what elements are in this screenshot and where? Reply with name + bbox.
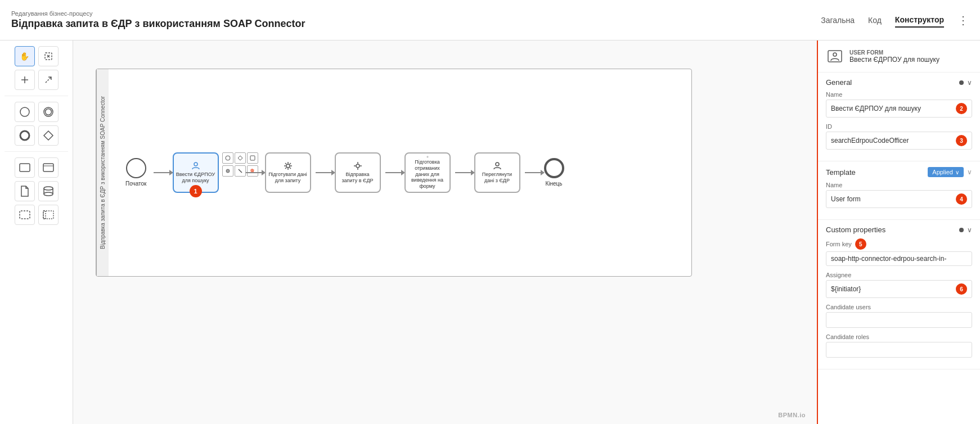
custom-section-title: Custom properties [826, 225, 885, 234]
user-task-1[interactable]: Ввести ЄДРПОУ для пошуку 1 [173, 152, 219, 193]
toolbar-row-7 [5, 205, 68, 225]
create-intermediate-event-tool[interactable] [38, 102, 59, 122]
svg-marker-10 [44, 131, 53, 140]
toolbar-row-5 [5, 157, 68, 178]
page-subtitle: Редагування бізнес-процесу [11, 10, 305, 17]
end-event[interactable]: Кінець [544, 158, 564, 187]
pool-content: Початок Ввести ЄДРПОУ для пошу [109, 69, 691, 276]
candidate-users-input[interactable] [826, 312, 972, 328]
task-action-flow[interactable] [222, 165, 233, 177]
service-icon-3 [353, 161, 362, 170]
custom-section-controls: ∨ [959, 226, 972, 234]
arrow-line-5 [455, 172, 472, 173]
template-name-input[interactable]: User form 4 [826, 190, 972, 208]
name-input[interactable]: Ввести ЄДРПОУ для пошуку 2 [826, 100, 972, 118]
general-section: General ∨ Name Ввести ЄДРПОУ для пошуку … [818, 73, 980, 161]
toolbar-row-3 [5, 102, 68, 122]
nav-code[interactable]: Код [868, 13, 882, 27]
create-group-tool[interactable] [15, 205, 35, 225]
template-applied-label: Applied [932, 169, 953, 175]
toolbar-row-6 [5, 181, 68, 201]
start-event-label: Початок [125, 181, 147, 187]
panel-header-type: USER FORM [849, 49, 939, 56]
task-badge-1: 1 [190, 185, 202, 197]
svg-line-27 [239, 169, 242, 173]
create-subprocess-tool[interactable] [38, 157, 59, 178]
custom-chevron[interactable]: ∨ [967, 226, 972, 234]
service-icon-2 [284, 161, 293, 170]
template-chevron-icon: ∨ [955, 169, 959, 175]
general-section-header: General ∨ [826, 78, 972, 87]
panel-header-info: USER FORM Ввести ЄДРПОУ для пошуку [849, 49, 939, 64]
task-action-circle[interactable] [222, 152, 233, 164]
svg-point-17 [44, 192, 53, 196]
nav-constructor[interactable]: Конструктор [895, 13, 944, 28]
svg-line-5 [46, 77, 51, 83]
form-key-label: Form key 5 [826, 238, 972, 250]
service-task-2-text: Підготувати дані для запиту [268, 172, 308, 184]
user-task-5-box: Переглянути дані з ЄДР [474, 152, 520, 193]
template-section-chevron[interactable]: ∨ [967, 168, 972, 176]
svg-point-30 [427, 156, 428, 157]
arrow-tool[interactable] [38, 70, 59, 90]
bpmn-pool: Відправка запита в ЄДР з використанням S… [96, 69, 692, 277]
custom-dot [959, 228, 964, 232]
template-name-label: Name [826, 182, 972, 188]
general-chevron[interactable]: ∨ [967, 79, 972, 87]
create-task-tool[interactable] [15, 157, 35, 178]
svg-point-31 [496, 163, 499, 166]
create-participant-tool[interactable] [38, 205, 59, 225]
template-label: Template [826, 168, 856, 177]
general-dot [959, 80, 964, 85]
form-key-input[interactable]: soap-http-connector-edrpou-search-in- [826, 251, 972, 266]
sequence-flow-5 [453, 172, 474, 173]
create-end-event-tool[interactable] [15, 125, 35, 146]
svg-rect-19 [43, 211, 53, 219]
service-task-3[interactable]: Відправка запиту в ЄДР [335, 152, 381, 193]
bpmn-canvas[interactable]: Відправка запита в ЄДР з використанням S… [73, 40, 817, 424]
service-task-2[interactable]: Підготувати дані для запиту [265, 152, 311, 193]
svg-rect-20 [43, 211, 46, 219]
toolbar-row-1: ✋ [5, 46, 68, 66]
user-task-1-text: Ввести ЄДРПОУ для пошуку [176, 172, 215, 184]
service-task-4[interactable]: Підготовка отриманих даних для виведення… [404, 152, 451, 193]
nav-general[interactable]: Загальна [821, 13, 855, 27]
candidate-roles-label: Candidate roles [826, 333, 972, 340]
end-event-label: Кінець [545, 181, 562, 187]
sequence-flow-3 [313, 172, 335, 173]
create-gateway-tool[interactable] [38, 125, 59, 146]
arrow-line [154, 172, 170, 173]
user-form-icon [827, 48, 843, 64]
general-section-controls: ∨ [959, 79, 972, 87]
bpmn-watermark: BPMN.io [778, 412, 806, 418]
assignee-input[interactable]: ${initiator} 6 [826, 280, 972, 298]
user-icon-5 [493, 161, 502, 170]
template-applied-button[interactable]: Applied ∨ [928, 167, 964, 177]
hand-tool[interactable]: ✋ [15, 46, 35, 66]
candidate-roles-field: Candidate roles [826, 333, 972, 358]
bpmn-diagram: Відправка запита в ЄДР з використанням S… [90, 57, 817, 424]
template-name-field: Name User form 4 [826, 182, 972, 208]
assignee-value: ${initiator} [831, 285, 956, 293]
lasso-tool[interactable] [38, 46, 59, 66]
more-icon[interactable]: ⋮ [957, 13, 969, 27]
create-data-store-tool[interactable] [38, 181, 59, 201]
service-task-4-box: Підготовка отриманих даних для виведення… [404, 152, 451, 193]
task-action-rect[interactable] [247, 152, 258, 164]
candidate-roles-input[interactable] [826, 342, 972, 358]
task-action-wrench[interactable] [235, 165, 246, 177]
id-input[interactable]: searchEdrpouCodeOfficer 3 [826, 132, 972, 150]
service-task-2-box: Підготувати дані для запиту [265, 152, 311, 193]
task-action-delete[interactable]: 🗑 [247, 165, 258, 177]
create-start-event-tool[interactable] [15, 102, 35, 122]
toolbar-divider-1 [5, 96, 68, 96]
move-canvas-tool[interactable] [15, 70, 35, 90]
start-event-shape [126, 158, 146, 178]
panel-header: USER FORM Ввести ЄДРПОУ для пошуку [818, 40, 980, 73]
svg-point-14 [44, 187, 53, 190]
task-action-diamond[interactable] [235, 152, 246, 164]
custom-section-header: Custom properties ∨ [826, 225, 972, 234]
create-data-object-tool[interactable] [15, 181, 35, 201]
start-event[interactable]: Початок [125, 158, 147, 187]
user-task-5[interactable]: Переглянути дані з ЄДР [474, 152, 520, 193]
